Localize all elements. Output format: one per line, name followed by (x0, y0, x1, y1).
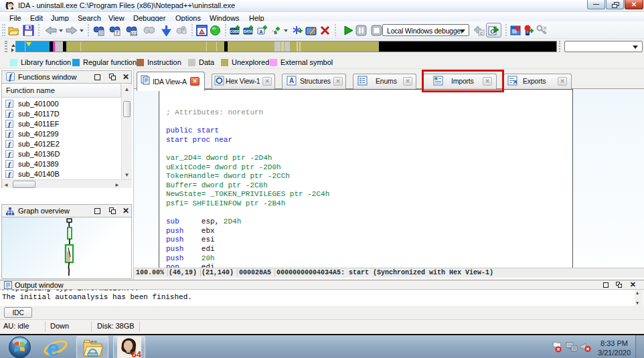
svg-text:e: e (47, 337, 59, 358)
svg-text:CODE: CODE (230, 29, 240, 33)
svg-text:c: c (480, 31, 483, 35)
svg-text:64: 64 (132, 349, 142, 358)
svg-text:T: T (116, 30, 119, 36)
svg-text:101: 101 (131, 31, 137, 35)
svg-text:A: A (259, 29, 262, 34)
svg-text:A: A (289, 77, 294, 84)
svg-text:A: A (201, 30, 204, 34)
svg-text:DATA: DATA (244, 29, 253, 33)
